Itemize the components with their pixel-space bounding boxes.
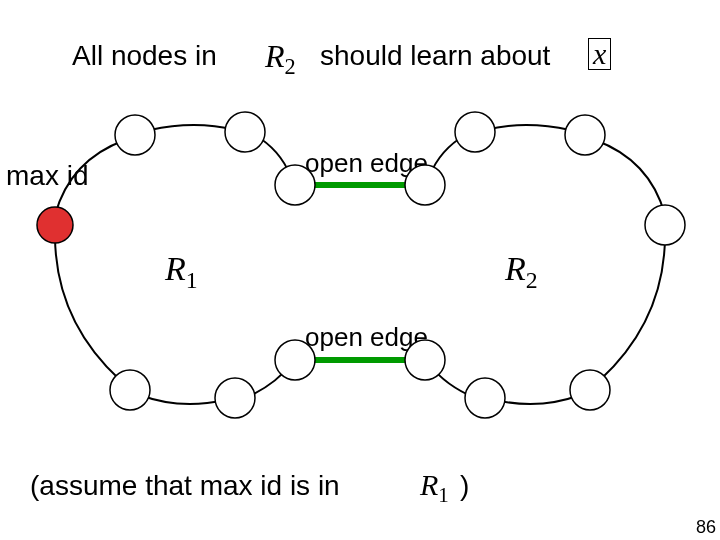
node <box>645 205 685 245</box>
ring-diagram <box>0 0 720 540</box>
node <box>465 378 505 418</box>
node <box>405 340 445 380</box>
node <box>565 115 605 155</box>
node <box>455 112 495 152</box>
node <box>405 165 445 205</box>
node <box>215 378 255 418</box>
node <box>570 370 610 410</box>
node <box>275 165 315 205</box>
node <box>275 340 315 380</box>
node <box>225 112 265 152</box>
node-x <box>37 207 73 243</box>
node <box>115 115 155 155</box>
node <box>110 370 150 410</box>
